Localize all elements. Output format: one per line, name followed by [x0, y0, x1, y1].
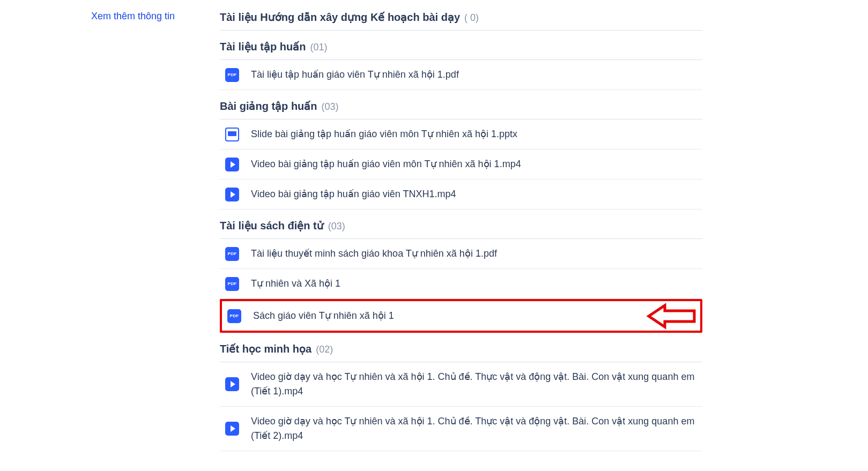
section-title: Tài liệu sách điện tử [220, 219, 324, 232]
file-row[interactable]: Video bài giảng tập huấn giáo viên môn T… [220, 149, 702, 180]
video-icon [225, 422, 239, 436]
file-name: Video giờ dạy và học Tự nhiên và xã hội … [251, 370, 699, 399]
section-training-docs: Tài liệu tập huấn (01) PDF Tài liệu tập … [220, 40, 702, 90]
section-guide: Tài liệu Hướng dẫn xây dựng Kế hoạch bài… [220, 11, 702, 31]
section-title: Bài giảng tập huấn [220, 100, 317, 113]
file-name: Slide bài giảng tập huấn giáo viên môn T… [251, 127, 699, 141]
file-name: Tự nhiên và Xã hội 1 [251, 276, 699, 291]
section-count: (01) [310, 42, 327, 53]
section-demo-lessons: Tiết học minh họa (02) Video giờ dạy và … [220, 342, 702, 451]
file-row[interactable]: PDF Tài liệu tập huấn giáo viên Tự nhiên… [220, 60, 702, 90]
file-name: Tài liệu tập huấn giáo viên Tự nhiên xã … [251, 68, 699, 82]
section-header: Tài liệu tập huấn (01) [220, 40, 702, 60]
section-training-lectures: Bài giảng tập huấn (03) Slide bài giảng … [220, 100, 702, 210]
file-row[interactable]: Video bài giảng tập huấn giáo viên TNXH1… [220, 180, 702, 210]
file-name: Video giờ dạy và học Tự nhiên và xã hội … [251, 414, 699, 443]
section-ebooks: Tài liệu sách điện tử (03) PDF Tài liệu … [220, 219, 702, 333]
section-count: (03) [328, 221, 345, 232]
file-row[interactable]: PDF Sách giáo viên Tự nhiên xã hội 1 [222, 301, 700, 331]
section-header: Bài giảng tập huấn (03) [220, 100, 702, 119]
section-header: Tài liệu sách điện tử (03) [220, 219, 702, 239]
pdf-icon: PDF [227, 309, 241, 323]
pdf-icon: PDF [225, 277, 239, 291]
section-title: Tài liệu tập huấn [220, 40, 306, 53]
main-content: Tài liệu Hướng dẫn xây dựng Kế hoạch bài… [220, 11, 702, 461]
section-count: (03) [322, 101, 339, 113]
video-icon [225, 377, 239, 391]
file-name: Video bài giảng tập huấn giáo viên TNXH1… [251, 187, 699, 201]
highlighted-file: PDF Sách giáo viên Tự nhiên xã hội 1 [220, 299, 702, 333]
pptx-icon [225, 128, 239, 141]
file-row[interactable]: PDF Tự nhiên và Xã hội 1 [220, 269, 702, 299]
file-row[interactable]: Video giờ dạy và học Tự nhiên và xã hội … [220, 362, 702, 407]
file-name: Tài liệu thuyết minh sách giáo khoa Tự n… [251, 246, 699, 261]
more-info-link[interactable]: Xem thêm thông tin [91, 11, 175, 21]
section-title: Tiết học minh họa [220, 342, 311, 355]
section-count: (02) [316, 344, 333, 355]
pdf-icon: PDF [225, 68, 239, 82]
sidebar: Xem thêm thông tin [21, 11, 220, 461]
file-row[interactable]: Video giờ dạy và học Tự nhiên và xã hội … [220, 407, 702, 451]
file-name: Video bài giảng tập huấn giáo viên môn T… [251, 157, 699, 171]
file-name: Sách giáo viên Tự nhiên xã hội 1 [253, 309, 697, 323]
section-count: ( 0) [464, 12, 479, 24]
section-header: Tiết học minh họa (02) [220, 342, 702, 362]
section-header: Tài liệu Hướng dẫn xây dựng Kế hoạch bài… [220, 11, 702, 31]
video-icon [225, 158, 239, 171]
pdf-icon: PDF [225, 247, 239, 261]
video-icon [225, 188, 239, 201]
file-row[interactable]: Slide bài giảng tập huấn giáo viên môn T… [220, 119, 702, 149]
section-title: Tài liệu Hướng dẫn xây dựng Kế hoạch bài… [220, 11, 460, 24]
file-row[interactable]: PDF Tài liệu thuyết minh sách giáo khoa … [220, 239, 702, 269]
